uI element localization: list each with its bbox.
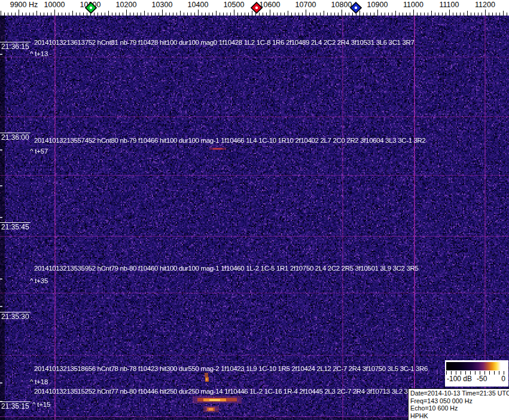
ruler-tick <box>180 11 181 16</box>
ruler-tick <box>155 13 156 16</box>
ruler-tick <box>485 10 486 16</box>
ruler-tick <box>424 13 425 16</box>
ruler-frequency-label: 11000 <box>403 1 423 9</box>
ruler-tick <box>115 13 116 16</box>
ruler-tick <box>420 13 421 16</box>
spectrogram-area[interactable]: 21:36:1521:36:0021:35:4521:35:3021:35:15… <box>0 16 509 420</box>
grid-line-horizontal <box>0 57 509 57</box>
ruler-tick <box>209 13 209 16</box>
ruler-frequency-label: 10200 <box>116 1 137 9</box>
ruler-tick <box>62 13 62 16</box>
ruler-tick <box>51 13 51 16</box>
ruler-tick <box>205 13 206 16</box>
ruler-tick <box>345 13 346 16</box>
ruler-tick <box>47 13 48 16</box>
ruler-tick <box>406 13 407 16</box>
ruler-tick <box>410 13 410 16</box>
ruler-tick <box>478 13 478 16</box>
ruler-tick <box>223 13 224 16</box>
time-label: 21:36:15 <box>0 42 31 51</box>
marker-blue-diamond-icon[interactable] <box>350 2 362 14</box>
ruler-tick <box>212 13 213 16</box>
ruler-tick <box>15 13 16 16</box>
ruler-tick <box>395 11 396 16</box>
ruler-frequency-label: 10900 <box>367 1 388 9</box>
ruler-tick <box>44 13 44 16</box>
ruler-tick <box>119 13 120 16</box>
intensity-legend: -100 dB -50 0 <box>445 360 508 387</box>
ruler-tick <box>284 13 285 16</box>
grid-line-horizontal <box>0 175 509 176</box>
grid-line-horizontal <box>0 236 509 237</box>
ruler-tick <box>334 13 335 16</box>
grid-line-horizontal <box>0 293 509 293</box>
colorbar-label-mid: -50 <box>477 375 487 383</box>
grid-line-vertical <box>414 16 415 420</box>
ruler-tick <box>489 13 489 16</box>
ruler-tick <box>101 13 102 16</box>
ruler-tick <box>202 13 202 16</box>
ruler-tick <box>22 13 23 16</box>
ruler-tick <box>381 13 382 16</box>
spectrogram-canvas[interactable] <box>0 16 509 420</box>
ruler-tick <box>467 11 468 16</box>
ruler-frequency-label: 9900 Hz <box>10 1 38 9</box>
ruler-tick <box>126 10 127 16</box>
ruler-tick <box>442 13 443 16</box>
ruler-tick <box>220 13 220 16</box>
ruler-tick <box>198 10 199 16</box>
ruler-frequency-label: 10400 <box>188 1 209 9</box>
time-label: 21:36:00 <box>0 133 31 142</box>
grid-line-vertical <box>342 16 343 420</box>
ruler-frequency-label: 10700 <box>295 1 316 9</box>
ruler-tick <box>464 13 464 16</box>
marker-red-diamond-icon[interactable] <box>251 2 263 14</box>
ruler-tick <box>446 13 446 16</box>
ruler-tick <box>29 13 30 16</box>
ruler-tick <box>309 13 310 16</box>
ruler-tick <box>33 13 33 16</box>
ruler-tick <box>245 13 245 16</box>
colorbar-label-max: 0 <box>501 375 505 383</box>
ruler-tick <box>26 13 26 16</box>
ruler-tick <box>449 10 450 16</box>
ruler-tick <box>227 13 227 16</box>
ruler-tick <box>237 13 238 16</box>
ruler-tick <box>363 13 364 16</box>
ruler-tick <box>474 13 475 16</box>
ruler-tick <box>184 13 184 16</box>
detection-time-offset: ^ t+13 <box>30 50 48 57</box>
ruler-tick <box>266 13 267 16</box>
ruler-tick <box>338 13 339 16</box>
ruler-tick <box>435 13 435 16</box>
ruler-tick <box>166 13 166 16</box>
ruler-tick <box>123 13 123 16</box>
detection-line: 20141013213535952 hCnt79 nb-80 f10460 hi… <box>34 265 419 272</box>
ruler-tick <box>97 13 98 16</box>
ruler-frequency-label: 11200 <box>475 1 495 9</box>
detection-time-offset: ^ t+35 <box>30 277 48 284</box>
ruler-tick <box>1 11 1 16</box>
ruler-tick <box>324 11 324 16</box>
ruler-tick <box>130 13 130 16</box>
ruler-tick <box>234 10 234 16</box>
ruler-tick <box>105 13 105 16</box>
marker-green-diamond-icon[interactable] <box>85 2 97 14</box>
ruler-tick <box>413 10 414 16</box>
colorbar-label-min: -100 dB <box>447 375 472 383</box>
grid-line-vertical <box>484 16 486 420</box>
info-frequency: Freq=143 050 000 Hz <box>410 397 503 405</box>
ruler-tick <box>159 13 159 16</box>
ruler-tick <box>8 13 8 16</box>
ruler-tick <box>141 13 141 16</box>
ruler-tick <box>392 13 392 16</box>
ruler-tick <box>492 13 493 16</box>
detection-line: 20141013213515252 hCnt77 nb-80 f10446 hi… <box>34 388 408 395</box>
detection-time-offset: ^ t+18 <box>30 378 48 385</box>
ruler-tick <box>316 13 317 16</box>
colorbar-gradient <box>446 362 504 370</box>
detection-line: 20141013213613752 hCnt81 nb-79 f10428 hi… <box>34 39 414 46</box>
grid-line-vertical <box>54 16 56 420</box>
ruler-tick <box>377 10 378 16</box>
ruler-frequency-label: 10800 <box>331 1 352 9</box>
